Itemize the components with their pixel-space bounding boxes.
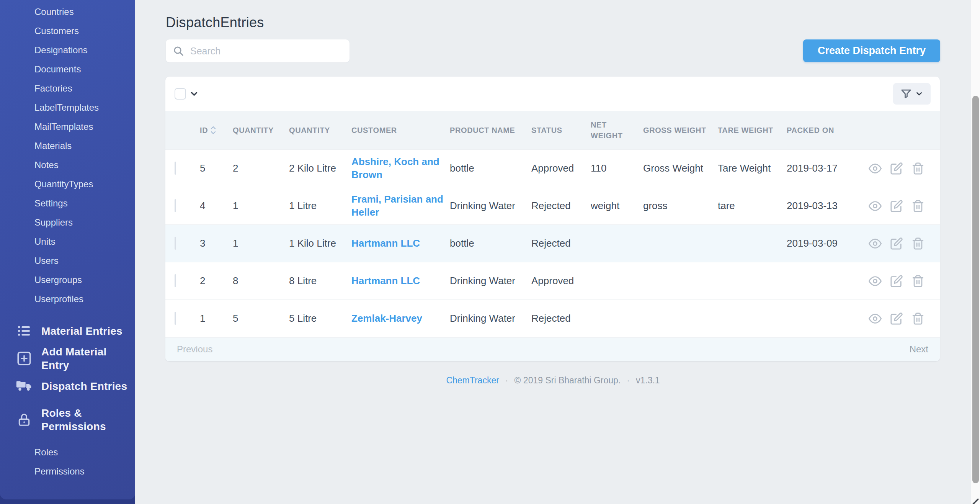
customer-link[interactable]: Hartmann LLC <box>351 275 420 286</box>
footer-separator: · <box>505 375 508 386</box>
sidebar-item-label: Material Entries <box>41 324 122 338</box>
cell-gross-weight <box>643 262 718 300</box>
sidebar-item-label: Roles & Permissions <box>41 406 126 433</box>
sidebar-item-materials[interactable]: Materials <box>0 136 135 155</box>
column-header-net-weight[interactable]: NET WEIGHT <box>591 111 643 150</box>
window-scrollbar[interactable] <box>971 0 980 504</box>
chevron-down-icon[interactable] <box>189 89 199 99</box>
cell-net-weight <box>591 300 643 337</box>
sidebar-item-material-entries[interactable]: Material Entries <box>0 317 135 345</box>
sidebar-item-dispatch-entries[interactable]: Dispatch Entries <box>0 372 135 400</box>
truck-icon <box>15 377 33 395</box>
cell-packed-on: 2019-03-13 <box>787 187 859 225</box>
cell-status: Approved <box>531 150 591 187</box>
cell-product: Drinking Water <box>450 300 531 337</box>
view-icon[interactable] <box>869 200 882 213</box>
sidebar-item-permissions[interactable]: Permissions <box>0 462 135 481</box>
main-content: DispatchEntries Create Dispatch Entry <box>135 0 971 504</box>
cell-net-weight: 110 <box>591 150 643 187</box>
cell-tare-weight <box>718 300 787 337</box>
edit-icon[interactable] <box>890 237 903 250</box>
row-checkbox[interactable] <box>175 199 176 212</box>
search-icon <box>173 45 184 57</box>
sidebar-item-userprofiles[interactable]: Userprofiles <box>0 290 135 309</box>
view-icon[interactable] <box>869 312 882 325</box>
cell-tare-weight: Tare Weight <box>718 150 787 187</box>
customer-link[interactable]: Abshire, Koch and Brown <box>351 156 439 180</box>
next-page-button[interactable]: Next <box>910 344 928 355</box>
sidebar-item-quantitytypes[interactable]: QuantityTypes <box>0 175 135 194</box>
sidebar-item-settings[interactable]: Settings <box>0 194 135 213</box>
cell-quantity: 8 <box>233 262 289 300</box>
row-checkbox[interactable] <box>175 237 176 250</box>
edit-icon[interactable] <box>890 200 903 213</box>
sidebar-item-designations[interactable]: Designations <box>0 41 135 60</box>
view-icon[interactable] <box>869 162 882 175</box>
cell-net-weight: weight <box>591 187 643 225</box>
delete-icon[interactable] <box>911 312 924 325</box>
row-checkbox[interactable] <box>175 162 176 175</box>
sidebar-item-notes[interactable]: Notes <box>0 155 135 175</box>
customer-link[interactable]: Hartmann LLC <box>351 237 420 249</box>
sidebar-item-usergroups[interactable]: Usergroups <box>0 270 135 290</box>
sort-icon[interactable] <box>210 126 216 135</box>
cell-gross-weight: Gross Weight <box>643 150 718 187</box>
search-box <box>166 39 350 62</box>
customer-link[interactable]: Frami, Parisian and Heller <box>351 193 443 218</box>
column-header-id[interactable]: ID <box>200 111 233 150</box>
cell-product: Drinking Water <box>450 187 531 225</box>
previous-page-button[interactable]: Previous <box>177 344 212 355</box>
column-header-quantity[interactable]: QUANTITY <box>233 111 289 150</box>
sidebar-item-mailtemplates[interactable]: MailTemplates <box>0 117 135 136</box>
cell-status: Approved <box>531 262 591 300</box>
filter-button[interactable] <box>893 83 931 105</box>
row-checkbox[interactable] <box>175 274 176 287</box>
cell-quantity2: 1 Kilo Litre <box>289 225 351 262</box>
delete-icon[interactable] <box>911 200 924 213</box>
edit-icon[interactable] <box>890 162 903 175</box>
pagination-bar: Previous Next <box>165 337 940 361</box>
sidebar-item-mailinbox[interactable]: MailInbox <box>0 493 135 499</box>
delete-icon[interactable] <box>911 162 924 175</box>
column-header-quantity2[interactable]: QUANTITY <box>289 111 351 150</box>
delete-icon[interactable] <box>911 237 924 250</box>
column-header-actions <box>859 111 940 150</box>
sidebar-item-users[interactable]: Users <box>0 251 135 270</box>
cell-id: 2 <box>200 262 233 300</box>
row-checkbox[interactable] <box>175 312 176 325</box>
sidebar-item-factories[interactable]: Factories <box>0 79 135 98</box>
delete-icon[interactable] <box>911 275 924 288</box>
column-header-status[interactable]: STATUS <box>531 111 591 150</box>
view-icon[interactable] <box>869 275 882 288</box>
edit-icon[interactable] <box>890 275 903 288</box>
sidebar-item-countries[interactable]: Countries <box>0 2 135 21</box>
sidebar-item-label: Add Material Entry <box>41 345 135 372</box>
scrollbar-thumb[interactable] <box>972 96 979 483</box>
view-icon[interactable] <box>869 237 882 250</box>
cell-status: Rejected <box>531 300 591 337</box>
column-header-packed-on[interactable]: PACKED ON <box>787 111 859 150</box>
column-header-customer[interactable]: CUSTOMER <box>351 111 450 150</box>
plus-square-icon <box>15 350 33 367</box>
cell-id: 1 <box>200 300 233 337</box>
create-dispatch-entry-button[interactable]: Create Dispatch Entry <box>803 39 940 62</box>
chemtracker-link[interactable]: ChemTracker <box>446 375 499 386</box>
customer-link[interactable]: Zemlak-Harvey <box>351 313 422 324</box>
search-input[interactable] <box>190 46 343 57</box>
sidebar-item-suppliers[interactable]: Suppliers <box>0 213 135 232</box>
column-header-tare-weight[interactable]: TARE WEIGHT <box>718 111 787 150</box>
sidebar-item-units[interactable]: Units <box>0 232 135 251</box>
sidebar-item-documents[interactable]: Documents <box>0 60 135 79</box>
edit-icon[interactable] <box>890 312 903 325</box>
sidebar-item-roles[interactable]: Roles <box>0 443 135 462</box>
table-row: 2 8 8 Litre Hartmann LLC Drinking Water … <box>165 262 940 300</box>
sidebar-item-add-material-entry[interactable]: Add Material Entry <box>0 345 135 372</box>
cell-product: bottle <box>450 150 531 187</box>
cell-gross-weight <box>643 225 718 262</box>
sidebar-item-customers[interactable]: Customers <box>0 21 135 41</box>
sidebar-item-labeltemplates[interactable]: LabelTemplates <box>0 98 135 117</box>
column-header-gross-weight[interactable]: GROSS WEIGHT <box>643 111 718 150</box>
sidebar-item-roles-permissions[interactable]: Roles & Permissions <box>0 400 135 440</box>
column-header-product-name[interactable]: PRODUCT NAME <box>450 111 531 150</box>
select-all-checkbox[interactable] <box>175 88 186 100</box>
